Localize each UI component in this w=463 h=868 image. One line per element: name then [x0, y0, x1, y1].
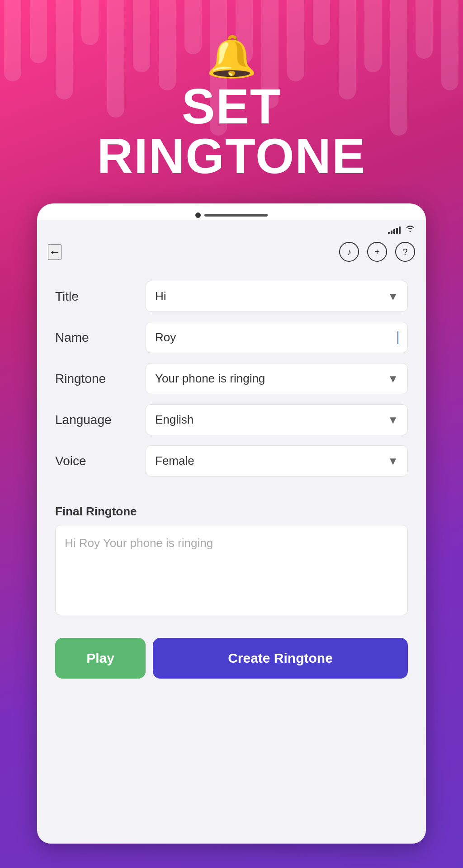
bg-bar — [441, 0, 458, 90]
help-icon-button[interactable]: ? — [395, 242, 415, 262]
title-value: Hi — [155, 289, 166, 303]
voice-value: Female — [155, 454, 194, 468]
voice-dropdown-arrow: ▼ — [387, 455, 398, 467]
final-ringtone-section: Final Ringtone Hi Roy Your phone is ring… — [37, 500, 426, 629]
bg-bar — [81, 0, 99, 45]
ringtone-dropdown[interactable]: Your phone is ringing ▼ — [146, 363, 408, 394]
title-dropdown[interactable]: Hi ▼ — [146, 281, 408, 312]
bg-bar — [416, 0, 433, 59]
form-area: Title Hi ▼ Name Roy Ringtone Your phone … — [37, 267, 426, 500]
phone-mockup: ← ♪ + ? Title Hi ▼ Name Roy — [37, 203, 426, 844]
create-ringtone-button[interactable]: Create Ringtone — [153, 638, 408, 679]
ringtone-dropdown-arrow: ▼ — [387, 373, 398, 385]
language-row: Language English ▼ — [55, 404, 408, 435]
phone-screen: ← ♪ + ? Title Hi ▼ Name Roy — [37, 220, 426, 844]
nav-bar: ← ♪ + ? — [37, 236, 426, 267]
bottom-buttons: Play Create Ringtone — [37, 629, 426, 697]
name-field[interactable]: Roy — [146, 322, 408, 353]
signal-icon — [388, 226, 401, 234]
bg-bar — [4, 0, 21, 81]
bg-bar — [390, 0, 407, 136]
notch-bar — [204, 214, 268, 217]
phone-notch — [37, 212, 426, 218]
signal-bar-2 — [391, 231, 392, 234]
signal-bar-3 — [393, 229, 395, 234]
music-icon-button[interactable]: ♪ — [339, 242, 359, 262]
final-ringtone-box: Hi Roy Your phone is ringing — [55, 525, 408, 615]
language-label: Language — [55, 413, 146, 427]
signal-bar-5 — [399, 226, 401, 234]
text-cursor — [397, 331, 398, 344]
header-section: 🔔 SET RINGTONE — [97, 36, 366, 181]
app-title: SET RINGTONE — [97, 81, 366, 181]
ringtone-row: Ringtone Your phone is ringing ▼ — [55, 363, 408, 394]
status-bar — [37, 220, 426, 236]
language-dropdown[interactable]: English ▼ — [146, 404, 408, 435]
ringtone-label: Ringtone — [55, 372, 146, 386]
notch-dot — [195, 212, 201, 218]
voice-label: Voice — [55, 454, 146, 468]
play-button[interactable]: Play — [55, 638, 146, 679]
bg-bar — [56, 0, 73, 99]
name-row: Name Roy — [55, 322, 408, 353]
nav-icons: ♪ + ? — [339, 242, 415, 262]
signal-bar-4 — [396, 228, 398, 234]
bg-bar — [30, 0, 47, 63]
language-value: English — [155, 413, 194, 427]
add-icon-button[interactable]: + — [367, 242, 387, 262]
wifi-icon — [405, 224, 415, 235]
ringtone-value: Your phone is ringing — [155, 372, 265, 386]
language-dropdown-arrow: ▼ — [387, 414, 398, 426]
final-ringtone-label: Final Ringtone — [55, 505, 408, 519]
name-label: Name — [55, 330, 146, 345]
title-dropdown-arrow: ▼ — [387, 290, 398, 303]
signal-bar-1 — [388, 232, 390, 234]
back-button[interactable]: ← — [48, 244, 61, 260]
voice-dropdown[interactable]: Female ▼ — [146, 445, 408, 476]
final-ringtone-text: Hi Roy Your phone is ringing — [65, 536, 213, 550]
title-row: Title Hi ▼ — [55, 281, 408, 312]
bg-bar — [364, 0, 382, 72]
voice-row: Voice Female ▼ — [55, 445, 408, 476]
title-label: Title — [55, 289, 146, 304]
bell-icon: 🔔 — [206, 36, 257, 77]
name-value: Roy — [155, 330, 176, 344]
